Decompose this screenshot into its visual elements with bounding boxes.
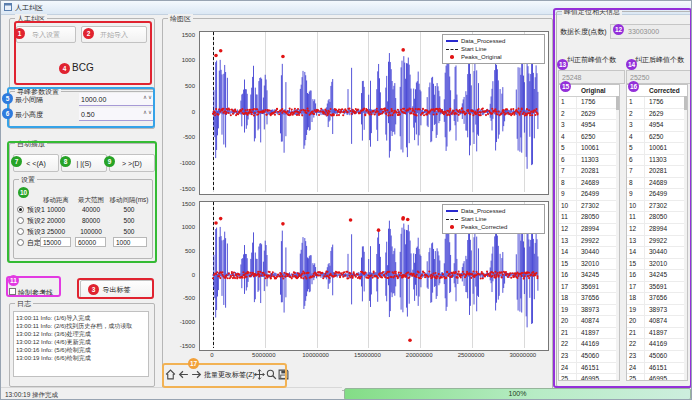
home-button[interactable] [164, 367, 177, 382]
plot-group-title: 绘图区 [168, 14, 193, 23]
table-row[interactable]: 510061 [627, 143, 687, 155]
custom-value-input-1[interactable]: 60000 [75, 237, 106, 247]
legend-entry: Data_Processed [446, 37, 541, 45]
log-line: 13:00:19 Info: (6/6)绘制完成 [16, 354, 146, 362]
table-row[interactable]: 1532010 [559, 259, 619, 271]
row-index: 1 [627, 97, 645, 108]
custom-value-input-0[interactable]: 15000 [40, 237, 71, 247]
row-index: 3 [559, 120, 577, 131]
table-row[interactable]: 46250 [627, 132, 687, 144]
preset-radio-3[interactable] [17, 228, 24, 235]
table-row[interactable]: 22629 [559, 109, 619, 121]
row-index: 6 [559, 155, 577, 166]
log-output[interactable]: 13:00:11 Info: (1/6)导入完成13:00:11 Info: (… [13, 311, 149, 377]
back-button[interactable] [177, 367, 190, 382]
row-value: 2629 [577, 109, 595, 120]
table-row[interactable]: 1735691 [559, 282, 619, 294]
min-height-spinbox[interactable]: 0.50 ∧∨ [79, 108, 155, 121]
table-row[interactable]: 1027302 [627, 201, 687, 213]
table-row[interactable]: 11756 [627, 97, 687, 109]
scrollbar-thumb[interactable] [616, 96, 619, 110]
log-title: 日志 [15, 299, 33, 308]
table-row[interactable]: 1938973 [627, 305, 687, 317]
table-row[interactable]: 720281 [559, 166, 619, 178]
table-row[interactable]: 926499 [559, 189, 619, 201]
table-row[interactable]: 1837656 [627, 293, 687, 305]
table-row[interactable]: 34954 [559, 120, 619, 132]
som-marker-16: 16 [628, 81, 639, 92]
table-row[interactable]: 824689 [627, 178, 687, 190]
table-row[interactable]: 1634245 [627, 270, 687, 282]
original-peaks-table[interactable]: Original11756226293495446250510061611303… [558, 84, 620, 381]
table-row[interactable]: 2244169 [627, 339, 687, 351]
custom-value-input-2[interactable]: 1000 [113, 237, 147, 247]
table-row[interactable]: 2546995 [559, 374, 619, 381]
row-value: 24689 [645, 178, 667, 189]
table-row[interactable]: 11756 [559, 97, 619, 109]
row-value: 11303 [645, 155, 667, 166]
table-row[interactable]: 1228994 [627, 224, 687, 236]
table-row[interactable]: 2040874 [559, 316, 619, 328]
table-row[interactable]: 2244169 [559, 339, 619, 351]
table-row[interactable]: 824689 [559, 178, 619, 190]
min-interval-spinbox[interactable]: 1000.00 ∧∨ [79, 93, 155, 106]
corrected-peaks-table[interactable]: Corrected1175622629349544625051006161130… [626, 84, 688, 381]
table-row[interactable]: 1128050 [627, 212, 687, 224]
preset-radio-4[interactable] [17, 239, 24, 246]
x-tick: 30000000 [509, 352, 536, 358]
table-row[interactable]: 1128050 [559, 212, 619, 224]
table-row[interactable]: 2040874 [627, 316, 687, 328]
back-arrow-icon [178, 369, 189, 380]
preset-radio-1[interactable] [17, 206, 24, 213]
table-row[interactable]: 1938973 [559, 305, 619, 317]
table-row[interactable]: 1430440 [559, 247, 619, 259]
scrollbar-thumb[interactable] [684, 96, 687, 110]
table-row[interactable]: 2345060 [627, 351, 687, 363]
table-scrollbar[interactable] [616, 96, 619, 380]
table-row[interactable]: 1430440 [627, 247, 687, 259]
table-row[interactable]: 2546995 [627, 374, 687, 381]
legend-dot-sample [446, 225, 461, 229]
row-index: 19 [627, 305, 645, 316]
save-button[interactable] [277, 367, 290, 382]
row-value: 44169 [645, 339, 667, 350]
row-value: 1756 [645, 97, 663, 108]
row-index: 4 [627, 132, 645, 143]
table-row[interactable]: 611303 [627, 155, 687, 167]
batch-edit-labels-button[interactable]: 批量更改标签(Z) [204, 367, 255, 382]
table-row[interactable]: 1634245 [559, 270, 619, 282]
som-marker-4: 4 [59, 63, 70, 74]
row-index: 15 [627, 259, 645, 270]
table-row[interactable]: 1027302 [559, 201, 619, 213]
spin-arrows-icon[interactable]: ∧∨ [143, 94, 153, 100]
forward-button[interactable] [190, 367, 203, 382]
table-row[interactable]: 1228994 [559, 224, 619, 236]
table-row[interactable]: 46250 [559, 132, 619, 144]
table-row[interactable]: 720281 [627, 166, 687, 178]
spin-arrows-icon[interactable]: ∧∨ [143, 109, 153, 115]
table-scrollbar[interactable] [684, 96, 687, 380]
table-row[interactable]: 2446151 [627, 363, 687, 375]
y-tick-lower: 1000 [169, 224, 195, 230]
table-row[interactable]: 926499 [627, 189, 687, 201]
table-row[interactable]: 2446151 [559, 363, 619, 375]
table-row[interactable]: 1329922 [559, 236, 619, 248]
table-row[interactable]: 22629 [627, 109, 687, 121]
table-row[interactable]: 611303 [559, 155, 619, 167]
table-row[interactable]: 1837656 [559, 293, 619, 305]
step-forward-button[interactable]: > >(D) [109, 154, 155, 172]
som-marker-3: 3 [88, 284, 99, 295]
draw-reference-checkbox[interactable] [9, 288, 16, 295]
table-row[interactable]: 1735691 [627, 282, 687, 294]
table-row[interactable]: 2141897 [559, 328, 619, 340]
table-row[interactable]: 2345060 [559, 351, 619, 363]
table-row[interactable]: 1532010 [627, 259, 687, 271]
preset-row-3: 预设325000100000500 [15, 227, 151, 237]
table-row[interactable]: 510061 [559, 143, 619, 155]
y-tick-lower: -1000 [169, 319, 195, 325]
import-settings-button[interactable]: 导入设置 [16, 26, 76, 43]
table-row[interactable]: 2141897 [627, 328, 687, 340]
table-row[interactable]: 34954 [627, 120, 687, 132]
table-row[interactable]: 1329922 [627, 236, 687, 248]
preset-radio-2[interactable] [17, 217, 24, 224]
